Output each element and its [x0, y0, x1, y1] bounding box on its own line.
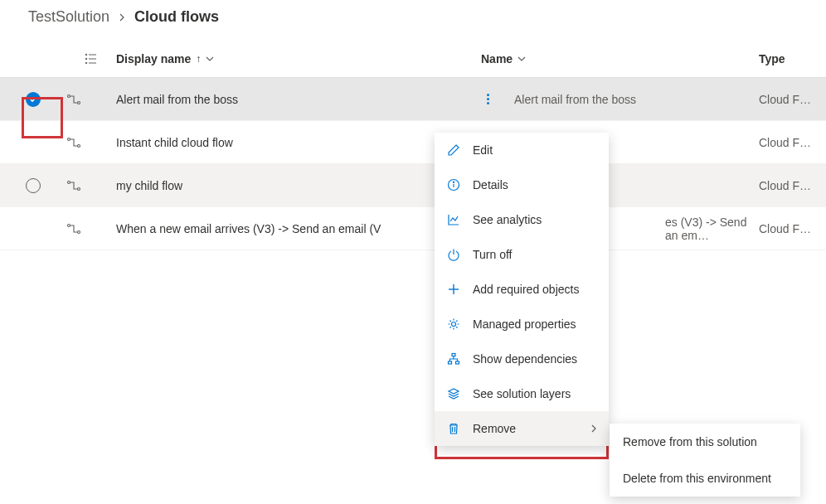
svg-point-12: [68, 224, 70, 226]
sort-ascending-icon: ↑: [196, 53, 201, 65]
row-type: Cloud F…: [759, 222, 826, 235]
svg-rect-22: [449, 361, 452, 364]
chevron-right-icon: [590, 424, 597, 433]
more-actions-icon[interactable]: [481, 94, 494, 104]
svg-point-4: [85, 62, 87, 64]
flow-icon: [66, 94, 116, 105]
breadcrumb: TestSolution Cloud flows: [0, 0, 826, 41]
context-menu: Edit Details See analytics Turn off Add …: [435, 133, 609, 446]
svg-point-13: [78, 230, 80, 233]
breadcrumb-current: Cloud flows: [134, 8, 219, 26]
menu-remove[interactable]: Remove: [435, 411, 609, 446]
svg-rect-23: [456, 361, 459, 364]
analytics-icon: [446, 212, 461, 227]
checkbox-unchecked[interactable]: [26, 178, 41, 193]
chevron-down-icon: [206, 56, 214, 62]
menu-managed-properties[interactable]: Managed properties: [435, 307, 609, 342]
menu-edit[interactable]: Edit: [435, 133, 609, 167]
svg-point-11: [78, 187, 80, 190]
column-display-name[interactable]: Display name ↑: [116, 52, 481, 65]
column-type[interactable]: Type: [759, 52, 826, 65]
row-display-name[interactable]: When a new email arrives (V3) -> Send an…: [116, 222, 481, 235]
table-row[interactable]: my child flow Cloud F…: [0, 164, 826, 207]
table-row[interactable]: Instant child cloud flow Cloud F…: [0, 121, 826, 164]
layers-icon: [446, 386, 461, 401]
table-header: Display name ↑ Name Type: [0, 41, 826, 78]
flow-icon: [66, 180, 116, 191]
row-name: Alert mail from the boss: [514, 93, 636, 106]
chevron-right-icon: [118, 13, 126, 22]
table-row[interactable]: Alert mail from the boss Alert mail from…: [0, 78, 826, 121]
row-type: Cloud F…: [759, 136, 826, 149]
submenu-remove-from-solution[interactable]: Remove from this solution: [610, 424, 800, 460]
checkbox-checked[interactable]: [26, 92, 41, 107]
svg-point-16: [453, 182, 454, 182]
gear-icon: [446, 317, 461, 332]
plus-icon: [446, 282, 461, 297]
column-name[interactable]: Name: [481, 52, 759, 65]
svg-point-2: [85, 58, 87, 60]
pencil-icon: [446, 143, 461, 158]
submenu: Remove from this solution Delete from th…: [610, 424, 800, 497]
info-icon: [446, 177, 461, 192]
svg-point-0: [85, 54, 87, 56]
svg-point-7: [78, 101, 80, 104]
svg-point-8: [68, 138, 70, 140]
menu-turn-off[interactable]: Turn off: [435, 237, 609, 272]
table-row[interactable]: When a new email arrives (V3) -> Send an…: [0, 207, 826, 250]
chevron-down-icon: [517, 56, 526, 62]
svg-point-9: [78, 144, 80, 147]
svg-point-10: [68, 181, 70, 183]
svg-rect-21: [452, 354, 455, 356]
svg-point-6: [68, 94, 70, 97]
flow-icon: [66, 223, 116, 235]
row-name: es (V3) -> Send an em…: [665, 216, 759, 242]
list-icon[interactable]: [85, 52, 98, 65]
row-display-name[interactable]: my child flow: [116, 179, 481, 192]
flow-icon: [66, 137, 116, 148]
trash-icon: [446, 421, 461, 436]
power-icon: [446, 247, 461, 262]
menu-add-objects[interactable]: Add required objects: [435, 272, 609, 307]
menu-dependencies[interactable]: Show dependencies: [435, 342, 609, 376]
breadcrumb-parent[interactable]: TestSolution: [28, 8, 109, 26]
submenu-delete-from-environment[interactable]: Delete from this environment: [610, 460, 800, 497]
menu-analytics[interactable]: See analytics: [435, 202, 609, 237]
row-type: Cloud F…: [759, 93, 826, 106]
menu-details[interactable]: Details: [435, 167, 609, 202]
row-display-name[interactable]: Alert mail from the boss: [116, 93, 481, 106]
row-type: Cloud F…: [759, 179, 826, 192]
menu-solution-layers[interactable]: See solution layers: [435, 376, 609, 411]
dependencies-icon: [446, 351, 461, 366]
row-display-name[interactable]: Instant child cloud flow: [116, 136, 481, 149]
svg-point-20: [452, 322, 456, 327]
